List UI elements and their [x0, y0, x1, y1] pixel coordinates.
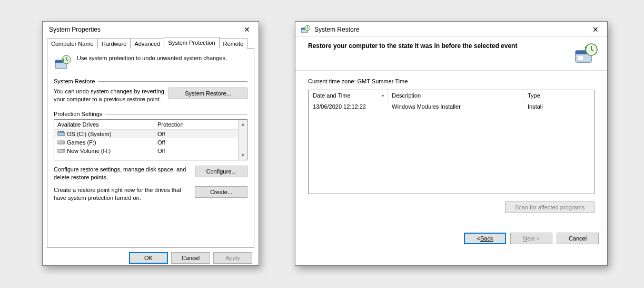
svg-rect-16: [578, 56, 583, 60]
col-available-drives[interactable]: Available Drives: [54, 120, 154, 129]
system-restore-icon: [54, 54, 72, 72]
svg-rect-4: [58, 131, 60, 132]
dialog-buttons: OK Cancel Apply: [43, 252, 259, 269]
tab-computer-name[interactable]: Computer Name: [47, 39, 98, 49]
divider: [98, 81, 247, 82]
svg-rect-6: [62, 131, 64, 132]
wizard-content: Current time zone: GMT Summer Time Date …: [295, 71, 607, 217]
ok-button[interactable]: OK: [129, 252, 168, 264]
col-protection[interactable]: Protection: [154, 120, 238, 129]
scroll-down-icon[interactable]: ▾: [239, 151, 247, 160]
svg-point-8: [63, 142, 64, 143]
group-system-restore: System Restore: [54, 78, 247, 84]
intro-text: Use system protection to undo unwanted s…: [77, 54, 227, 72]
close-icon[interactable]: ✕: [588, 25, 603, 34]
create-button[interactable]: Create...: [195, 186, 247, 198]
tab-body: Use system protection to undo unwanted s…: [47, 49, 254, 248]
system-properties-window: System Properties ✕ Computer Name Hardwa…: [42, 21, 259, 266]
configure-description: Configure restore settings, manage disk …: [54, 166, 191, 181]
header-text: Restore your computer to the state it wa…: [308, 42, 517, 50]
titlebar: System Properties ✕: [43, 22, 259, 35]
divider: [105, 114, 247, 114]
svg-point-10: [63, 150, 64, 151]
svg-rect-3: [57, 132, 65, 136]
drive-row[interactable]: OS (C:) (System) Off: [54, 130, 238, 138]
drive-icon: [57, 131, 65, 137]
scan-affected-programs-button[interactable]: Scan for affected programs: [505, 201, 595, 213]
col-description[interactable]: Description: [388, 90, 523, 101]
cancel-button[interactable]: Cancel: [557, 233, 599, 244]
wizard-header: Restore your computer to the state it wa…: [295, 37, 607, 71]
configure-button[interactable]: Configure...: [195, 166, 247, 177]
scrollbar[interactable]: ▴ ▾: [238, 120, 247, 160]
apply-button[interactable]: Apply: [213, 252, 252, 264]
tab-remote[interactable]: Remote: [219, 39, 248, 49]
drive-icon: [57, 139, 65, 145]
drive-icon: [57, 148, 65, 153]
restore-point-row[interactable]: 13/06/2020 12:12:22 Windows Modules Inst…: [309, 101, 594, 112]
restore-points-table[interactable]: Date and Time ▾ Description Type 13/06/2…: [308, 90, 595, 194]
system-restore-large-icon: [573, 42, 599, 65]
tab-advanced[interactable]: Advanced: [130, 39, 164, 49]
next-button[interactable]: Next >: [510, 233, 552, 244]
create-description: Create a restore point right now for the…: [54, 186, 191, 202]
svg-rect-5: [60, 131, 62, 132]
sort-desc-icon: ▾: [382, 93, 384, 98]
tab-system-protection[interactable]: System Protection: [164, 37, 219, 49]
wizard-buttons: < Back Next > Cancel: [295, 226, 607, 251]
col-date-time[interactable]: Date and Time ▾: [309, 90, 388, 101]
drives-list[interactable]: Available Drives Protection OS (C:) (Sys…: [54, 119, 247, 160]
restore-description: You can undo system changes by reverting…: [54, 88, 164, 103]
drive-row[interactable]: New Volume (H:) Off: [54, 147, 238, 155]
scroll-up-icon[interactable]: ▴: [239, 120, 247, 129]
window-title: System Properties: [49, 26, 101, 33]
system-restore-window: System Restore ✕ Restore your computer t…: [295, 21, 608, 266]
system-restore-button[interactable]: System Restore...: [169, 88, 247, 99]
timezone-label: Current time zone: GMT Summer Time: [308, 78, 595, 84]
col-type[interactable]: Type: [523, 90, 594, 101]
close-icon[interactable]: ✕: [240, 25, 254, 34]
system-restore-icon: [301, 25, 310, 34]
window-title: System Restore: [314, 26, 359, 33]
titlebar: System Restore ✕: [295, 22, 607, 37]
drive-row[interactable]: Games (F:) Off: [54, 138, 238, 147]
tab-hardware[interactable]: Hardware: [97, 39, 131, 49]
cancel-button[interactable]: Cancel: [171, 252, 210, 264]
tab-strip: Computer Name Hardware Advanced System P…: [47, 36, 254, 49]
group-protection-settings: Protection Settings: [54, 111, 247, 117]
back-button[interactable]: < Back: [464, 233, 506, 244]
